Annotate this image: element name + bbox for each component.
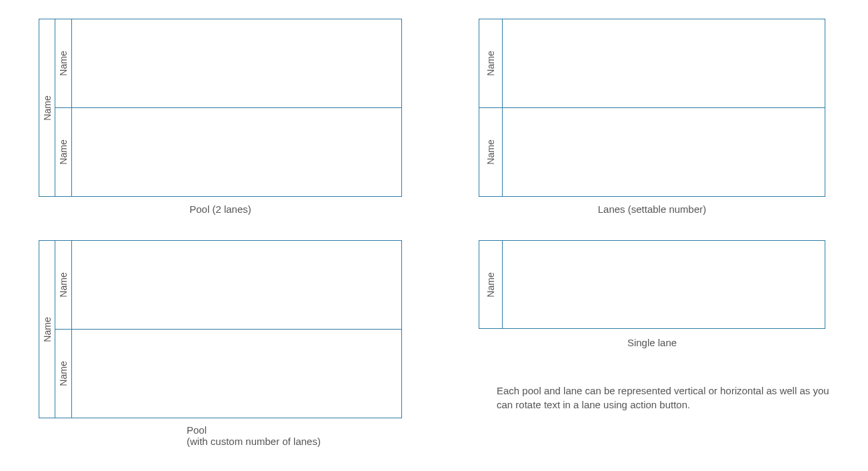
- lane-body: [502, 241, 825, 328]
- pool-custom-lanes: Name Name Name: [39, 240, 402, 418]
- caption-line: (with custom number of lanes): [187, 436, 400, 447]
- pool-label: Name: [42, 95, 53, 120]
- lane-header: Name: [55, 330, 71, 418]
- pool-label: Name: [42, 317, 53, 342]
- lane-label: Name: [485, 139, 496, 164]
- lane: Name: [55, 19, 401, 108]
- lane-header: Name: [55, 19, 71, 107]
- pool-header: Name: [39, 19, 55, 196]
- caption-pool-2-lanes: Pool (2 lanes): [39, 203, 402, 215]
- lane-body: [71, 108, 401, 196]
- lane-label: Name: [485, 272, 496, 297]
- lane: Name: [55, 108, 401, 196]
- lane-body: [71, 330, 401, 418]
- single-lane: Name: [479, 240, 825, 329]
- caption-pool-custom: Pool (with custom number of lanes): [187, 424, 400, 447]
- caption-single-lane: Single lane: [479, 337, 825, 348]
- lane-body: [71, 241, 401, 329]
- note-text: Each pool and lane can be represented ve…: [497, 384, 830, 412]
- lane-body: [502, 19, 825, 107]
- caption-lanes-settable: Lanes (settable number): [479, 203, 825, 215]
- lanes-settable: Name Name: [479, 19, 825, 197]
- lane: Name: [55, 330, 401, 418]
- lane-label: Name: [58, 139, 69, 164]
- lane-header: Name: [55, 108, 71, 196]
- lane: Name: [479, 19, 825, 108]
- lanes-container: Name Name: [55, 19, 401, 196]
- lane-label: Name: [58, 272, 69, 297]
- caption-line: Pool: [187, 424, 400, 436]
- lane-body: [71, 19, 401, 107]
- pool-2-lanes: Name Name Name: [39, 19, 402, 197]
- lane: Name: [479, 108, 825, 196]
- lane-label: Name: [58, 51, 69, 75]
- lanes-container: Name Name: [55, 241, 401, 418]
- pool-header: Name: [39, 241, 55, 418]
- lane-label: Name: [58, 361, 69, 386]
- lane-label: Name: [485, 51, 496, 75]
- lane-header: Name: [479, 19, 502, 107]
- lane: Name: [55, 241, 401, 330]
- lane-header: Name: [55, 241, 71, 329]
- lane-body: [502, 108, 825, 196]
- lane-header: Name: [479, 241, 502, 328]
- lane-header: Name: [479, 108, 502, 196]
